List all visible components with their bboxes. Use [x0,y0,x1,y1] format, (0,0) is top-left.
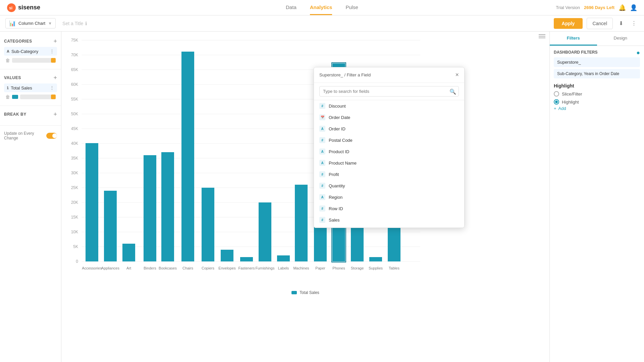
legend-label-total-sales: Total Sales [300,290,319,295]
radio-slice-filter[interactable]: Slice/Filter [554,91,640,97]
add-icon: + [554,106,556,111]
svg-text:60K: 60K [71,82,78,87]
filter-item-superstore-label: Superstore_ [557,60,581,65]
category-field-item[interactable]: A Sub-Category ⋮ [4,47,57,56]
bar-copiers[interactable] [202,188,214,261]
legend-color-total-sales [291,291,297,294]
values-label: Values [4,75,21,80]
svg-text:Tables: Tables [389,266,399,270]
radio-highlight[interactable]: Highlight [554,99,640,105]
radio-highlight-inner [555,101,558,103]
break-by-section: Break by + [0,109,61,123]
svg-text:Furnishings: Furnishings [256,266,275,270]
filter-item-subcategory-label: Sub-Category, Years in Order Date [557,71,619,76]
field-item-row-id[interactable]: # Row ID [314,203,464,214]
bar-art[interactable] [122,244,135,261]
user-icon[interactable]: 👤 [630,4,637,11]
field-picker-close-button[interactable]: × [455,71,459,78]
set-title-area[interactable]: Set a Title ℹ [62,21,87,26]
field-picker-header: Superstore_ / Filter a Field × [314,67,464,83]
field-item-discount[interactable]: # Discount [314,100,464,112]
add-break-by-button[interactable]: + [53,111,57,117]
category-field-type-icon: A [7,49,9,53]
right-panel: Filters Design Dashboard Filters ● Super… [549,32,644,362]
radio-highlight-label: Highlight [562,100,579,105]
bar-envelopes[interactable] [221,250,233,261]
bar-furnishings[interactable] [259,202,271,261]
field-item-quantity[interactable]: # Quantity [314,180,464,191]
bar-appliances[interactable] [104,191,117,261]
bar-machines[interactable] [295,185,308,261]
svg-text:Binders: Binders [144,266,156,270]
svg-text:Envelopes: Envelopes [218,266,236,270]
svg-text:Phones: Phones [332,266,345,270]
nav-tab-analytics[interactable]: Analytics [310,0,332,15]
logo-icon: si [7,3,16,12]
field-search-input[interactable] [319,86,459,97]
field-item-region[interactable]: A Region [314,191,464,203]
svg-text:Supplies: Supplies [369,266,383,270]
field-name-profit: Profit [329,172,339,177]
categories-header: Categories + [4,38,57,44]
svg-text:25K: 25K [71,185,78,190]
nav-tab-data[interactable]: Data [286,0,297,15]
bar-fasteners[interactable] [240,257,253,261]
field-item-product-name[interactable]: A Product Name [314,157,464,169]
filter-item-subcategory[interactable]: Sub-Category, Years in Order Date [554,69,640,78]
field-item-postal-code[interactable]: # Postal Code [314,134,464,146]
svg-text:35K: 35K [71,156,78,161]
more-options-icon[interactable]: ⋮ [629,18,639,28]
svg-text:Fasteners: Fasteners [238,266,255,270]
svg-text:10K: 10K [71,230,78,234]
svg-text:30K: 30K [71,171,78,175]
field-item-order-date[interactable]: 📅 Order Date [314,112,464,123]
bar-accessories[interactable] [86,143,98,261]
field-type-icon-row-id: # [319,205,325,212]
field-name-region: Region [329,195,342,200]
radio-highlight-circle [554,99,559,105]
category-field-options-button[interactable]: ⋮ [50,49,54,54]
bell-icon[interactable]: 🔔 [619,4,626,11]
svg-text:70K: 70K [71,53,78,57]
field-item-segment[interactable]: A Segment [314,226,464,228]
bar-supplies[interactable] [369,257,382,261]
field-item-profit[interactable]: # Profit [314,169,464,180]
chart-type-selector[interactable]: 📊 Column Chart ▼ [5,18,56,28]
add-filter-button[interactable]: + Add [554,106,566,111]
tab-design[interactable]: Design [597,32,644,46]
field-type-icon-order-id: A [319,126,325,132]
field-item-order-id[interactable]: A Order ID [314,123,464,134]
svg-text:75K: 75K [71,38,78,43]
values-section: Values + 1 Total Sales ⋮ 🗑 [0,72,61,103]
value-field-name: Total Sales [11,85,48,90]
nav-tabs: Data Analytics Pulse [286,0,358,15]
delete-value-icon[interactable]: 🗑 [5,94,10,100]
field-item-product-id[interactable]: A Product ID [314,146,464,157]
value-field-options-button[interactable]: ⋮ [50,85,54,90]
tab-filters[interactable]: Filters [550,32,597,46]
export-icon[interactable]: ⬇ [617,18,625,28]
nav-tab-pulse[interactable]: Pulse [345,0,358,15]
update-toggle[interactable] [46,133,57,139]
chart-menu-icon[interactable] [539,34,545,38]
bar-binders[interactable] [144,155,156,261]
column-chart-icon: 📊 [9,20,16,26]
add-category-button[interactable]: + [53,38,57,44]
field-item-sales[interactable]: # Sales [314,214,464,226]
apply-button[interactable]: Apply [554,18,583,29]
cancel-button[interactable]: Cancel [587,18,613,29]
delete-category-icon[interactable]: 🗑 [5,58,10,63]
bar-bookcases[interactable] [161,152,174,261]
svg-text:15K: 15K [71,215,78,220]
chevron-down-icon: ▼ [48,21,52,26]
svg-text:0: 0 [76,259,78,264]
filter-item-superstore[interactable]: Superstore_ [554,57,640,67]
bar-labels[interactable] [277,255,290,261]
field-picker-search[interactable]: 🔍 [314,83,464,100]
value-field-item[interactable]: 1 Total Sales ⋮ [4,83,57,92]
chart-legend: Total Sales [61,288,549,298]
filter-tabs: Filters Design [550,32,644,46]
field-type-icon-profit: # [319,171,325,177]
bar-chairs[interactable] [181,52,194,261]
add-value-button[interactable]: + [53,75,57,81]
